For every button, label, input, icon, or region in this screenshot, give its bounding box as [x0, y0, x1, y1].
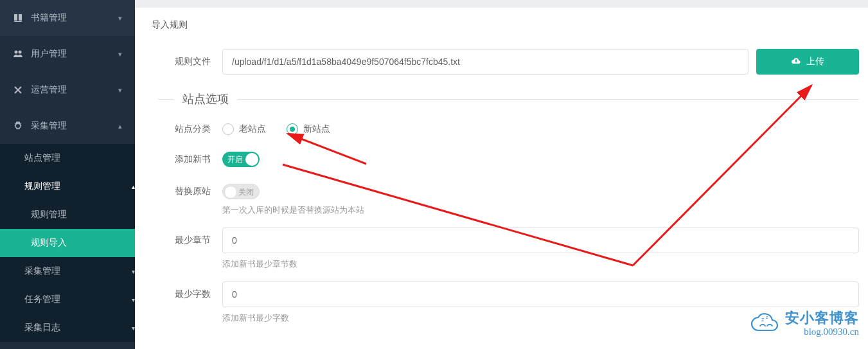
- switch-handle-icon: [224, 186, 237, 199]
- sidebar-sub-collect-manage[interactable]: 采集管理 ▾: [0, 257, 135, 285]
- radio-label: 老站点: [239, 123, 266, 135]
- radio-group-site-category: 老站点 新站点: [222, 123, 330, 135]
- form-row-min-words: 最少字数: [158, 282, 859, 307]
- upload-button[interactable]: 上传: [756, 49, 859, 75]
- switch-replace[interactable]: 关闭: [222, 184, 260, 199]
- switch-off-label: 关闭: [238, 184, 254, 200]
- breadcrumb-text: 导入规则: [152, 19, 188, 30]
- form-row-rule-file: 规则文件 上传: [158, 49, 859, 75]
- book-icon: [13, 13, 23, 23]
- divider-line: [158, 99, 173, 100]
- rule-file-input[interactable]: [222, 49, 748, 75]
- switch-add-book[interactable]: 开启: [222, 152, 260, 167]
- sidebar-item-label: 用户管理: [31, 48, 118, 60]
- cloud-logo-icon: z z: [750, 312, 780, 334]
- radio-old-site[interactable]: 老站点: [222, 123, 266, 135]
- sidebar-sub-inner: 规则管理 规则导入: [0, 201, 135, 257]
- main-content: 规则文件 上传 站点选项 站点分类 老站点 新站点 添加新书: [135, 39, 868, 349]
- radio-circle-icon: [222, 123, 234, 135]
- section-title-site-options: 站点选项: [158, 91, 859, 107]
- helper-min-chapter: 添加新书最少章节数: [222, 258, 859, 270]
- svg-point-0: [15, 51, 18, 54]
- form-label-min-chapter: 最少章节: [158, 235, 222, 246]
- sidebar-sub-label: 采集管理: [24, 265, 60, 277]
- helper-replace: 第一次入库的时候是否替换源站为本站: [222, 204, 859, 216]
- radio-circle-icon: [287, 123, 298, 135]
- svg-text:z: z: [766, 315, 768, 319]
- upload-button-label: 上传: [806, 56, 824, 67]
- min-words-input[interactable]: [222, 282, 859, 307]
- watermark-text: 安小客博客 blog.00930.cn: [785, 309, 859, 337]
- form-label-replace: 替换原站: [158, 186, 222, 197]
- sidebar-sub-label: 规则管理: [24, 181, 60, 192]
- tools-icon: [13, 85, 23, 95]
- form-row-min-chapter: 最少章节: [158, 228, 859, 253]
- sidebar-item-collect[interactable]: 采集管理 ▴: [0, 108, 135, 144]
- watermark: z z 安小客博客 blog.00930.cn: [750, 309, 859, 337]
- sidebar-sub-rule-manage[interactable]: 规则管理 ▴: [0, 172, 135, 201]
- gear-icon: [13, 121, 23, 131]
- min-chapter-input[interactable]: [222, 228, 859, 253]
- sidebar-sub-inner-label: 规则导入: [31, 237, 67, 249]
- sidebar-item-label: 运营管理: [31, 84, 118, 96]
- sidebar-item-label: 采集管理: [31, 120, 118, 132]
- chevron-down-icon: ▾: [118, 50, 122, 58]
- form-label-min-words: 最少字数: [158, 289, 222, 300]
- sidebar-sub-inner-rule-manage[interactable]: 规则管理: [0, 201, 135, 229]
- sidebar-sub-label: 任务管理: [24, 294, 60, 305]
- sidebar-submenu: 站点管理 规则管理 ▴ 规则管理 规则导入 采集管理 ▾ 任务管理 ▾ 采集日志…: [0, 144, 135, 342]
- sidebar-sub-label: 站点管理: [24, 152, 60, 164]
- sidebar-item-users[interactable]: 用户管理 ▾: [0, 36, 135, 72]
- form-row-site-category: 站点分类 老站点 新站点: [158, 123, 859, 135]
- switch-handle-icon: [245, 153, 258, 166]
- chevron-down-icon: ▾: [118, 86, 122, 94]
- divider-line: [238, 99, 859, 100]
- watermark-title: 安小客博客: [785, 309, 859, 328]
- form-row-add-book: 添加新书 开启: [158, 152, 859, 167]
- sidebar-item-label: 书籍管理: [31, 12, 118, 24]
- form-row-replace: 替换原站 关闭: [158, 184, 859, 199]
- sidebar-sub-inner-label: 规则管理: [31, 209, 67, 220]
- section-title-text: 站点选项: [173, 91, 238, 107]
- sidebar-sub-collect-log[interactable]: 采集日志 ▾: [0, 314, 135, 342]
- users-icon: [13, 49, 23, 59]
- radio-label: 新站点: [303, 123, 330, 135]
- sidebar-item-books[interactable]: 书籍管理 ▾: [0, 0, 135, 36]
- switch-on-label: 开启: [227, 152, 243, 167]
- chevron-up-icon: ▴: [118, 122, 122, 130]
- chevron-down-icon: ▾: [118, 14, 122, 22]
- sidebar-sub-label: 采集日志: [24, 322, 60, 334]
- svg-text:z: z: [761, 316, 765, 323]
- sidebar-item-operations[interactable]: 运营管理 ▾: [0, 72, 135, 108]
- radio-new-site[interactable]: 新站点: [287, 123, 330, 135]
- cloud-upload-icon: [791, 57, 801, 67]
- svg-point-1: [19, 51, 22, 54]
- form-label-add-book: 添加新书: [158, 154, 222, 165]
- topbar: [135, 0, 868, 8]
- sidebar-sub-site-manage[interactable]: 站点管理: [0, 144, 135, 172]
- sidebar-sub-task-manage[interactable]: 任务管理 ▾: [0, 285, 135, 314]
- form-label-rule-file: 规则文件: [158, 56, 222, 67]
- watermark-sub: blog.00930.cn: [804, 327, 859, 337]
- sidebar-sub-inner-rule-import[interactable]: 规则导入: [0, 229, 135, 257]
- form-label-site-category: 站点分类: [158, 123, 222, 135]
- sidebar: 书籍管理 ▾ 用户管理 ▾ 运营管理 ▾ 采集管理 ▴ 站点管理 规则管理 ▴: [0, 0, 135, 349]
